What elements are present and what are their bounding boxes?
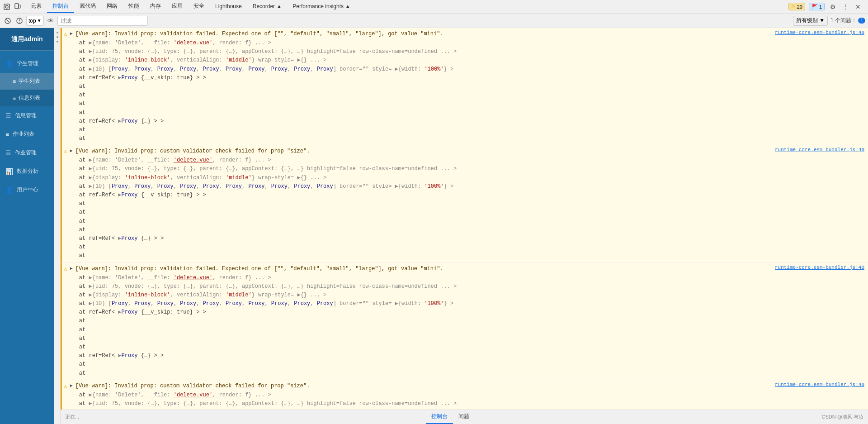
clear-console-button[interactable] bbox=[3, 16, 13, 26]
entry-main-text: [Vue warn]: Invalid prop: validation fai… bbox=[75, 30, 864, 38]
entry-main-text: [Vue warn]: Invalid prop: custom validat… bbox=[75, 147, 864, 155]
warn-triangle-icon: ⚠ bbox=[64, 30, 67, 38]
stack-line: at bbox=[75, 343, 864, 352]
expand-arrow[interactable]: ▶ bbox=[70, 383, 73, 388]
tab-sources[interactable]: 源代码 bbox=[74, 0, 101, 13]
stack-line: at ▶{display: 'inline-block', verticalAl… bbox=[75, 291, 864, 300]
svg-rect-3 bbox=[19, 5, 20, 8]
stack-line: at bbox=[75, 226, 864, 234]
stack-line: at bbox=[75, 360, 864, 369]
eye-icon[interactable]: 👁 bbox=[46, 16, 56, 26]
stack-line: at bbox=[75, 91, 864, 100]
info-mgmt-icon: ☰ bbox=[5, 112, 11, 119]
status-left: 正在... bbox=[65, 414, 79, 420]
stack-line: at ▶{name: 'Delete', __file: 'delete.vue… bbox=[75, 39, 864, 48]
svg-point-1 bbox=[5, 5, 8, 8]
filter-input[interactable] bbox=[57, 16, 148, 26]
stack-line: at ref=Ref< ▶Proxy {…} > > bbox=[75, 234, 864, 243]
sidebar-item-info-list[interactable]: ≡ 信息列表 bbox=[0, 90, 54, 106]
sidebar-item-student-mgmt[interactable]: 👤 学生管理 bbox=[0, 54, 54, 73]
stack-line: at ▶{name: 'Delete', __file: 'delete.vue… bbox=[75, 156, 864, 165]
entry-main-text: [Vue warn]: Invalid prop: validation fai… bbox=[75, 265, 864, 273]
bottom-tab-console[interactable]: 控制台 bbox=[426, 410, 453, 424]
stack-line: at ▶{display: 'inline-block', verticalAl… bbox=[75, 56, 864, 65]
stack-line: at bbox=[75, 82, 864, 91]
stack-line: at ▶(10) [Proxy, Proxy, Proxy, Proxy, Pr… bbox=[75, 300, 864, 308]
entry-source-link[interactable]: runtime-core.esm-bundler.js:40 bbox=[775, 147, 864, 152]
expand-arrow[interactable]: ▶ bbox=[70, 266, 73, 271]
tab-security[interactable]: 安全 bbox=[188, 0, 210, 13]
inspect-element-icon[interactable] bbox=[2, 2, 12, 12]
sidebar-item-homework-list[interactable]: ≡ 作业列表 bbox=[0, 125, 54, 143]
stack-line: at ref=Ref< ▶Proxy {…} > > bbox=[75, 352, 864, 360]
stack-line: at bbox=[75, 326, 864, 334]
expand-arrow[interactable]: ▶ bbox=[70, 31, 73, 36]
stack-line: at bbox=[75, 200, 864, 208]
tab-recorder[interactable]: Recorder ▲ bbox=[247, 0, 288, 13]
stack-line: at bbox=[75, 217, 864, 226]
stack-line: at ▶{uid: 75, vnode: {…}, type: {…}, par… bbox=[75, 165, 864, 173]
issues-badge[interactable]: 🚩 1 bbox=[809, 3, 825, 10]
bottom-tabs: 控制台 问题 bbox=[426, 410, 475, 424]
stack-line: at bbox=[75, 317, 864, 325]
list-icon-2: ≡ bbox=[13, 95, 16, 101]
stack-line: at ▶{name: 'Delete', __file: 'delete.vue… bbox=[75, 274, 864, 282]
entry-source-link[interactable]: runtime-core.esm-bundler.js:40 bbox=[775, 30, 864, 35]
tab-memory[interactable]: 内存 bbox=[145, 0, 166, 13]
stop-on-exception-button[interactable] bbox=[14, 16, 24, 26]
list-icon-1: ≡ bbox=[13, 78, 16, 85]
bottom-bar: 正在... 控制台 问题 CSDN @清风 与汝 bbox=[61, 410, 868, 424]
tab-performance[interactable]: 性能 bbox=[123, 0, 145, 13]
tab-application[interactable]: 应用 bbox=[166, 0, 188, 13]
console-entry-warn4: ⚠▶[Vue warn]: Invalid prop: custom valid… bbox=[61, 380, 868, 410]
console-entry-warn2: ⚠▶[Vue warn]: Invalid prop: custom valid… bbox=[61, 145, 868, 262]
data-analysis-icon: 📊 bbox=[5, 168, 13, 175]
tab-elements[interactable]: 元素 bbox=[25, 0, 47, 13]
sidebar-item-user-center[interactable]: 👤 用户中心 bbox=[0, 181, 54, 199]
console-output[interactable]: ⚠▶[Vue warn]: Invalid prop: validation f… bbox=[61, 28, 868, 410]
status-right: CSDN @清风 与汝 bbox=[822, 414, 863, 420]
homework-list-icon: ≡ bbox=[5, 131, 9, 138]
homework-mgmt-icon: ☰ bbox=[5, 149, 11, 157]
stack-line: at ▶{uid: 75, vnode: {…}, type: {…}, par… bbox=[75, 48, 864, 56]
entry-source-link[interactable]: runtime-core.esm-bundler.js:40 bbox=[775, 265, 864, 270]
app-logo: 通用admin bbox=[0, 28, 54, 51]
stack-line: at ▶(10) [Proxy, Proxy, Proxy, Proxy, Pr… bbox=[75, 182, 864, 191]
device-toggle-icon[interactable] bbox=[13, 2, 23, 12]
stack-line: at ▶{uid: 75, vnode: {…}, type: {…}, par… bbox=[75, 282, 864, 291]
stack-line: at bbox=[75, 100, 864, 108]
close-devtools-icon[interactable]: ✕ bbox=[854, 2, 863, 11]
stack-line: at bbox=[75, 334, 864, 343]
more-options-icon[interactable]: ⋮ bbox=[841, 2, 850, 11]
tab-network[interactable]: 网络 bbox=[101, 0, 123, 13]
sidebar-item-info-mgmt[interactable]: ☰ 信息管理 bbox=[0, 106, 54, 125]
tab-console[interactable]: 控制台 bbox=[47, 0, 74, 13]
stack-line: at ref=Ref< ▶Proxy {__v_skip: true} > > bbox=[75, 74, 864, 82]
devtools-right-controls: ⚠ 20 🚩 1 ⚙ ⋮ ✕ bbox=[788, 2, 866, 11]
tab-lighthouse[interactable]: Lighthouse bbox=[210, 0, 247, 13]
warnings-badge[interactable]: ⚠ 20 bbox=[788, 3, 805, 10]
devtools-panel: ⚠▶[Vue warn]: Invalid prop: validation f… bbox=[61, 28, 868, 424]
svg-rect-0 bbox=[4, 4, 9, 10]
entry-source-link[interactable]: runtime-core.esm-bundler.js:40 bbox=[775, 382, 864, 387]
sidebar-item-student-list[interactable]: ≡ 学生列表 bbox=[0, 73, 54, 90]
stack-line: at bbox=[75, 369, 864, 378]
bottom-tab-issues[interactable]: 问题 bbox=[453, 410, 475, 424]
svg-point-8 bbox=[19, 22, 20, 23]
tab-performance-insights[interactable]: Performance insights ▲ bbox=[287, 0, 356, 13]
warn-triangle-icon: ⚠ bbox=[64, 148, 67, 155]
stack-line: at bbox=[75, 126, 864, 134]
user-center-icon: 👤 bbox=[5, 186, 13, 194]
sidebar-sub-group: ≡ 学生列表 ≡ 信息列表 bbox=[0, 73, 54, 106]
settings-icon[interactable]: ⚙ bbox=[828, 2, 837, 11]
svg-line-5 bbox=[6, 19, 9, 22]
log-level-select[interactable]: 所有级别 ▼ bbox=[793, 16, 828, 26]
console-entry-warn1: ⚠▶[Vue warn]: Invalid prop: validation f… bbox=[61, 28, 868, 145]
context-selector[interactable]: top ▼ bbox=[26, 16, 44, 26]
expand-arrow[interactable]: ▶ bbox=[70, 148, 73, 153]
sidebar-item-homework-mgmt[interactable]: ☰ 作业管理 bbox=[0, 143, 54, 162]
devtools-tabs: 元素 控制台 源代码 网络 性能 内存 应用 安全 Lighthouse Rec… bbox=[25, 0, 356, 13]
sidebar-item-data-analysis[interactable]: 📊 数据分析 bbox=[0, 162, 54, 181]
stack-line: at bbox=[75, 252, 864, 260]
issues-label: 1 个问题： 1 bbox=[830, 17, 865, 24]
